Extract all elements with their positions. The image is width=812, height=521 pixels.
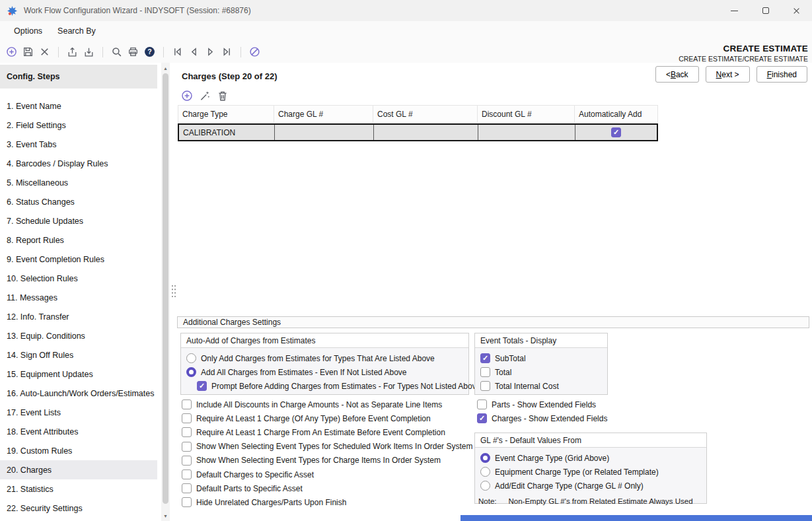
- wand-icon[interactable]: [199, 90, 211, 102]
- sidebar-item-20-charges[interactable]: 20. Charges: [0, 460, 157, 479]
- charges-grid-toolbar: [181, 90, 229, 102]
- checkbox-option[interactable]: Default Parts to Specific Asset: [182, 481, 472, 495]
- checkbox-option[interactable]: Require At Least 1 Charge From An Estima…: [182, 425, 472, 439]
- scroll-up-arrow[interactable]: ▲: [161, 63, 170, 73]
- checkbox-option[interactable]: SubTotal: [480, 351, 602, 365]
- close-button[interactable]: [781, 0, 812, 21]
- help-icon[interactable]: ?: [144, 46, 155, 57]
- sidebar-item-16-auto-launch-work-orders-estimates[interactable]: 16. Auto-Launch/Work Orders/Estimates: [0, 384, 157, 403]
- sidebar-item-13-equip-conditions[interactable]: 13. Equip. Conditions: [0, 326, 157, 345]
- add-icon[interactable]: [6, 46, 17, 57]
- scrollbar-thumb[interactable]: [163, 73, 168, 504]
- sidebar-item-15-equipment-updates[interactable]: 15. Equipment Updates: [0, 365, 157, 384]
- add-icon[interactable]: [181, 90, 193, 102]
- back-button[interactable]: < Back: [655, 66, 699, 83]
- next-icon[interactable]: [205, 46, 216, 57]
- sidebar-item-12-info-transfer[interactable]: 12. Info. Transfer: [0, 307, 157, 326]
- radio-option[interactable]: Add/Edit Charge Type (Charge GL # Only): [480, 479, 701, 493]
- column-header-discount-gl[interactable]: Discount GL #: [478, 106, 575, 123]
- checkbox-option[interactable]: Require At Least 1 Charge (Of Any Type) …: [182, 411, 472, 425]
- checkbox-unchecked[interactable]: [182, 442, 192, 452]
- checkbox-unchecked[interactable]: [182, 497, 192, 507]
- checkbox-option[interactable]: Prompt Before Adding Charges from Estima…: [197, 379, 463, 393]
- sidebar-item-2-field-settings[interactable]: 2. Field Settings: [0, 116, 157, 135]
- checkbox-unchecked[interactable]: [480, 367, 490, 377]
- sidebar-item-17-event-lists[interactable]: 17. Event Lists: [0, 403, 157, 422]
- radio-checked[interactable]: [480, 453, 490, 463]
- checkbox-unchecked[interactable]: [182, 413, 192, 423]
- cancel-icon[interactable]: [249, 46, 260, 57]
- sidebar-item-19-custom-rules[interactable]: 19. Custom Rules: [0, 441, 157, 460]
- radio-checked[interactable]: [186, 367, 196, 377]
- checkbox-unchecked[interactable]: [182, 456, 192, 466]
- radio-option[interactable]: Event Charge Type (Grid Above): [480, 451, 701, 465]
- radio-option[interactable]: Only Add Charges from Estimates for Type…: [186, 351, 463, 365]
- sidebar-item-18-event-attributes[interactable]: 18. Event Attributes: [0, 422, 157, 441]
- finished-button[interactable]: Finished: [757, 66, 807, 83]
- print-icon[interactable]: [128, 46, 139, 57]
- column-header-charge-type[interactable]: Charge Type: [178, 106, 274, 123]
- checkbox-checked[interactable]: [197, 381, 207, 391]
- checkbox-checked[interactable]: [611, 127, 621, 137]
- first-icon[interactable]: [172, 46, 183, 57]
- sidebar-item-6-status-changes[interactable]: 6. Status Changes: [0, 192, 157, 211]
- checkbox-option[interactable]: Include All Discounts in Charge Amounts …: [182, 398, 472, 411]
- checkbox-option[interactable]: Show When Selecting Event Types for Sche…: [182, 440, 472, 454]
- sidebar-item-7-schedule-updates[interactable]: 7. Schedule Updates: [0, 211, 157, 230]
- search-icon[interactable]: [111, 46, 122, 57]
- sidebar-scrollbar[interactable]: ▲ ▼: [161, 63, 170, 521]
- column-header-automatically-add[interactable]: Automatically Add: [575, 106, 656, 123]
- checkbox-option[interactable]: Show When Selecting Event Types for Char…: [182, 454, 472, 468]
- radio-option[interactable]: Add All Charges from Estimates - Even If…: [186, 365, 463, 379]
- column-header-cost-gl[interactable]: Cost GL #: [373, 106, 478, 123]
- checkbox-checked[interactable]: [477, 413, 487, 423]
- sidebar-item-9-event-completion-rules[interactable]: 9. Event Completion Rules: [0, 250, 157, 269]
- import-icon[interactable]: [83, 46, 94, 57]
- close-icon: [793, 7, 800, 15]
- checkbox-unchecked[interactable]: [182, 469, 192, 479]
- cell-2: [374, 125, 478, 140]
- column-header-charge-gl[interactable]: Charge GL #: [274, 106, 373, 123]
- sidebar-item-14-sign-off-rules[interactable]: 14. Sign Off Rules: [0, 345, 157, 365]
- checkbox-option[interactable]: Default Charges to Specific Asset: [182, 468, 472, 481]
- delete-icon[interactable]: [39, 46, 50, 57]
- checkbox-option[interactable]: Total: [480, 365, 602, 379]
- toolbar-separator: [58, 47, 59, 57]
- scroll-down-arrow[interactable]: ▼: [161, 511, 170, 520]
- trash-icon[interactable]: [217, 90, 229, 102]
- radio-unchecked[interactable]: [186, 353, 196, 363]
- checkbox-unchecked[interactable]: [480, 381, 490, 391]
- sidebar-item-11-messages[interactable]: 11. Messages: [0, 288, 157, 307]
- checkbox-option[interactable]: Charges - Show Extended Fields: [477, 411, 607, 425]
- sidebar-item-1-event-name[interactable]: 1. Event Name: [0, 96, 157, 116]
- sidebar-item-4-barcodes-display-rules[interactable]: 4. Barcodes / Display Rules: [0, 154, 157, 173]
- checkbox-unchecked[interactable]: [182, 399, 192, 409]
- save-icon[interactable]: [22, 46, 34, 57]
- maximize-button[interactable]: [750, 0, 781, 21]
- checkbox-unchecked[interactable]: [182, 427, 192, 437]
- checkbox-unchecked[interactable]: [477, 399, 487, 409]
- sidebar-item-3-event-tabs[interactable]: 3. Event Tabs: [0, 135, 157, 154]
- minimize-button[interactable]: [719, 0, 750, 21]
- checkbox-option[interactable]: Parts - Show Extended Fields: [477, 398, 607, 411]
- previous-icon[interactable]: [188, 46, 200, 57]
- last-icon[interactable]: [221, 46, 233, 57]
- sidebar-item-8-report-rules[interactable]: 8. Report Rules: [0, 230, 157, 250]
- radio-option[interactable]: Equipment Charge Type (or Related Templa…: [480, 465, 701, 479]
- radio-unchecked[interactable]: [480, 481, 490, 491]
- sidebar-item-10-selection-rules[interactable]: 10. Selection Rules: [0, 269, 157, 288]
- sidebar-item-5-miscellaneous[interactable]: 5. Miscellaneous: [0, 173, 157, 192]
- sidebar-item-21-statistics[interactable]: 21. Statistics: [0, 479, 157, 499]
- export-icon[interactable]: [67, 46, 78, 57]
- checkbox-checked[interactable]: [480, 353, 490, 363]
- checkbox-option[interactable]: Hide Unrelated Charges/Parts Upon Finish: [182, 495, 472, 509]
- next-button[interactable]: Next >: [706, 66, 750, 83]
- menu-options[interactable]: Options: [14, 26, 42, 36]
- sidebar-item-22-security-settings[interactable]: 22. Security Settings: [0, 499, 157, 518]
- checkbox-unchecked[interactable]: [182, 483, 192, 493]
- menu-search-by[interactable]: Search By: [57, 26, 96, 36]
- radio-unchecked[interactable]: [480, 467, 490, 477]
- toolbar-separator: [102, 47, 103, 57]
- checkbox-option[interactable]: Total Internal Cost: [480, 379, 602, 393]
- table-row[interactable]: CALIBRATION: [178, 123, 658, 141]
